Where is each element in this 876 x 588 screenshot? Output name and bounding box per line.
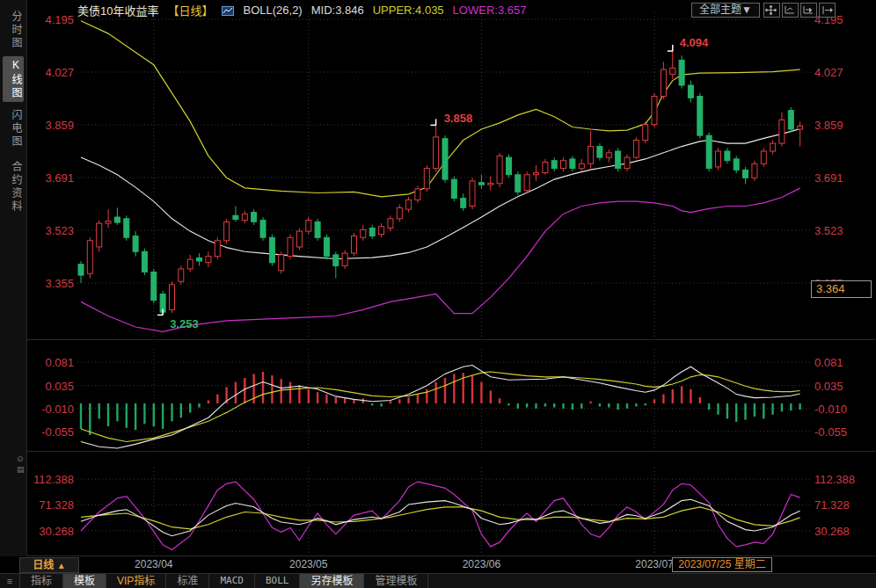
main-chart-header: 美债10年收益率 【日线】 BOLL(26,2) MID:3.846 UPPER… [77,3,526,17]
kdj-indicator-name: KDJ(9,3,3) [77,454,130,467]
x-axis-month-label: 2023/04 [135,558,172,570]
x-axis-month-label: 2023/07 [635,558,673,570]
axis-tick-label: 71.328 [814,498,850,512]
axis-tick-label: 3.523 [26,224,74,237]
exit-fullscreen-icon[interactable] [819,3,836,18]
axis-tick-label: 71.328 [26,498,74,512]
annotation-swing-high: 3.858 [444,112,473,125]
axis-tick-label: 3.523 [814,224,843,237]
chart-icon [222,5,234,15]
zoom-x-axis-icon[interactable] [782,3,799,18]
toolbar-item-8[interactable]: 管理模板 [364,574,428,588]
boll-upper-value: UPPER:4.035 [373,4,444,17]
chart-canvas[interactable] [0,0,876,588]
panel-settings-icon[interactable]: ▤ [17,465,26,474]
date-marker-badge: 2023/07/25 星期二 [672,557,772,572]
x-axis-month-label: 2023/06 [463,558,500,570]
axis-tick-label: -0.010 [814,403,847,416]
menu-icon[interactable]: ≡ [0,574,20,588]
boll-mid-value: MID:3.846 [311,4,364,17]
axis-tick-label: 0.035 [26,380,74,393]
kdj-k-value: K:61.679 [139,454,183,467]
axis-tick-label: 0.081 [814,356,843,369]
macd-diff-value: DIFF:0.019 [163,349,218,361]
sidebar-tab-4[interactable]: 合约资料 [3,158,24,216]
period-tag: 【日线】 [167,2,213,18]
sidebar-tab-1[interactable]: 分时图 [3,7,24,53]
axis-tick-label: 30.268 [814,525,850,538]
axis-tick-label: 30.268 [26,525,74,538]
kdj-d-value: D:51.048 [192,454,237,467]
bottom-toolbar: ≡ 指标模板VIP指标标准MACDBOLL另存模板管理模板 [0,573,876,588]
move-icon[interactable] [763,3,780,18]
page-title: 美债10年收益率 [77,2,158,18]
axis-tick-label: 3.859 [814,119,843,132]
axis-tick-label: 4.195 [26,13,74,26]
chevron-up-icon: ▲ [57,561,66,570]
sidebar-tab-2[interactable]: K线图 [3,56,24,102]
toolbar-item-6[interactable]: BOLL [255,574,301,588]
axis-tick-label: 3.691 [26,171,74,185]
macd-dea-value: DEA:0.025 [226,349,279,361]
kdj-panel-header: KDJ(9,3,3) K:61.679 D:51.048 J:82.941 [77,454,288,467]
period-selector[interactable]: 日线 ▲ [19,557,79,573]
macd-indicator-name: MACD(26,12,9) [77,349,154,361]
macd-macd-value: MACD:-0.012 [288,349,355,361]
axis-tick-label: 3.859 [26,119,74,132]
axis-tick-label: -0.055 [814,425,847,439]
boll-label: BOLL(26,2) [243,4,302,17]
axis-tick-label: 3.355 [26,277,74,290]
toolbar-item-3[interactable]: VIP指标 [106,574,166,588]
panel-toggle-icon[interactable]: ⊙ [17,454,26,463]
axis-tick-label: 4.027 [814,66,843,79]
period-selector-label: 日线 [33,559,54,571]
boll-lower-value: LOWER:3.657 [453,4,527,17]
x-axis-month-label: 2023/05 [289,558,327,570]
axis-tick-label: 0.035 [814,380,843,393]
axis-tick-label: 4.027 [26,66,74,79]
axis-tick-label: -0.010 [26,403,74,416]
sidebar-tab-3[interactable]: 闪电图 [3,105,24,151]
toolbar-item-7[interactable]: 另存模板 [300,574,364,588]
zoom-y-axis-icon[interactable] [800,3,817,18]
annotation-peak-high: 4.094 [680,36,709,49]
macd-panel-header: MACD(26,12,9) DIFF:0.019 DEA:0.025 MACD:… [77,349,355,361]
toolbar-item-5[interactable]: MACD [209,574,255,588]
price-marker-badge: 3.364 [811,280,872,298]
toolbar-item-1[interactable]: 指标 [20,574,63,588]
theme-dropdown[interactable]: 全部主题▼ [691,3,760,18]
toolbar-item-2[interactable]: 模板 [63,574,106,588]
axis-tick-label: 112.388 [814,473,855,486]
annotation-low: 3.253 [170,317,199,330]
axis-tick-label: 3.691 [814,171,843,185]
axis-tick-label: 0.081 [26,356,74,369]
axis-tick-label: -0.055 [26,425,74,439]
chart-app: 分时图K线图闪电图合约资料 美债10年收益率 【日线】 BOLL(26,2) M… [0,0,876,588]
toolbar-item-4[interactable]: 标准 [166,574,209,588]
axis-tick-label: 112.388 [26,473,74,486]
kdj-j-value: J:82.941 [245,454,288,467]
